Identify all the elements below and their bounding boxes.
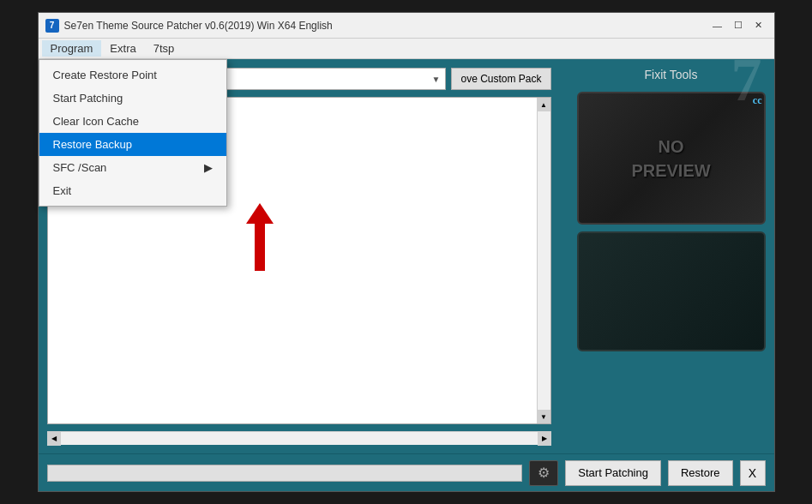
gear-settings-button[interactable]: ⚙ bbox=[529, 460, 558, 486]
menu-extra[interactable]: Extra bbox=[101, 40, 144, 57]
menu-bar: Program Extra 7tsp Create Restore Point … bbox=[39, 39, 774, 59]
scroll-down-arrow[interactable]: ▼ bbox=[537, 410, 550, 423]
submenu-arrow-icon: ▶ bbox=[204, 161, 213, 174]
menu-program[interactable]: Program bbox=[42, 40, 102, 57]
logo-cc: cc bbox=[753, 95, 762, 105]
scroll-up-arrow[interactable]: ▲ bbox=[537, 98, 550, 111]
dark-preview-box bbox=[577, 231, 766, 351]
close-x-button[interactable]: X bbox=[740, 460, 766, 486]
restore-button[interactable]: Restore bbox=[668, 460, 733, 486]
program-dropdown-menu: Create Restore Point Start Patching Clea… bbox=[39, 59, 227, 207]
window-title: Se7en Theme Source Patcher v0.6(2019) Wi… bbox=[64, 20, 709, 32]
menu-restore-backup[interactable]: Restore Backup bbox=[39, 133, 226, 156]
title-bar: 7 Se7en Theme Source Patcher v0.6(2019) … bbox=[39, 13, 774, 39]
minimize-button[interactable]: — bbox=[709, 17, 726, 34]
window-close-button[interactable]: ✕ bbox=[750, 17, 767, 34]
menu-start-patching[interactable]: Start Patching bbox=[39, 87, 226, 110]
bottom-bar: ⚙ Start Patching Restore X bbox=[39, 453, 774, 491]
scroll-track[interactable] bbox=[538, 111, 550, 410]
right-panel: Fixit Tools 7 cc NO PREVIEW bbox=[560, 68, 766, 445]
progress-bar bbox=[47, 465, 523, 482]
start-patching-button[interactable]: Start Patching bbox=[565, 460, 661, 486]
no-preview-text: NO PREVIEW bbox=[631, 135, 710, 183]
menu-7tsp[interactable]: 7tsp bbox=[145, 40, 183, 57]
scroll-right-arrow[interactable]: ▶ bbox=[538, 432, 551, 446]
menu-create-restore-point[interactable]: Create Restore Point bbox=[39, 63, 226, 87]
menu-clear-icon-cache[interactable]: Clear Icon Cache bbox=[39, 110, 226, 133]
menu-exit[interactable]: Exit bbox=[39, 179, 226, 202]
main-window: 7 Se7en Theme Source Patcher v0.6(2019) … bbox=[38, 12, 775, 492]
app-icon: 7 bbox=[45, 19, 59, 33]
dropdown-arrow-icon: ▼ bbox=[432, 75, 441, 84]
horizontal-scrollbar[interactable]: ◀ ▶ bbox=[47, 431, 551, 445]
window-controls: — ☐ ✕ bbox=[709, 17, 767, 34]
menu-sfc-scan[interactable]: SFC /Scan ▶ bbox=[39, 156, 226, 179]
scroll-left-arrow[interactable]: ◀ bbox=[47, 432, 61, 446]
vertical-scrollbar[interactable]: ▲ ▼ bbox=[537, 98, 550, 423]
hscroll-track[interactable] bbox=[61, 432, 538, 445]
maximize-button[interactable]: ☐ bbox=[730, 17, 747, 34]
remove-custom-pack-button[interactable]: ove Custom Pack bbox=[451, 68, 550, 90]
